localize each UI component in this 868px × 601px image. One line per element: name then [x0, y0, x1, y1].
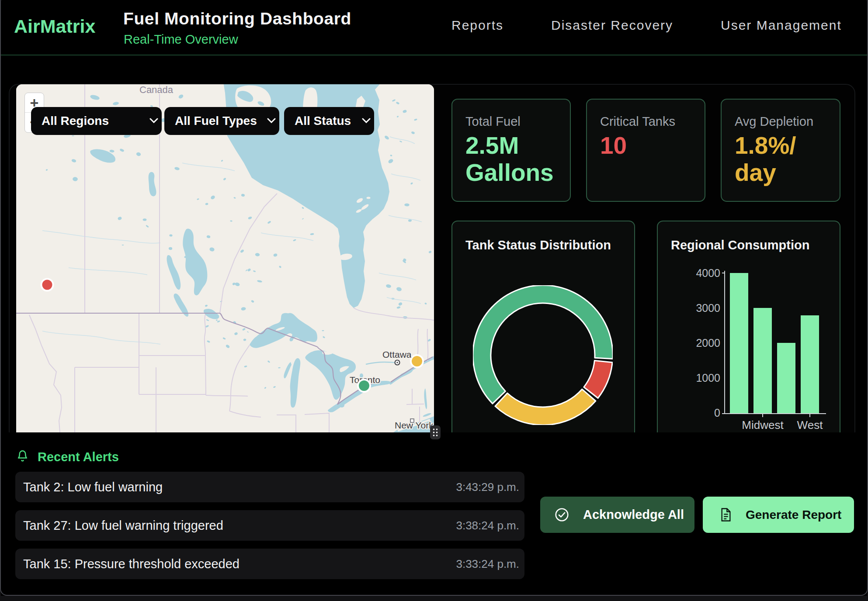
svg-text:0: 0 — [714, 407, 720, 419]
svg-text:2000: 2000 — [696, 337, 720, 349]
svg-text:Midwest: Midwest — [742, 418, 784, 432]
svg-text:4000: 4000 — [696, 267, 720, 279]
svg-text:New York: New York — [395, 420, 434, 430]
svg-text:Ottawa: Ottawa — [382, 349, 412, 359]
svg-text:West: West — [797, 418, 823, 432]
svg-text:Canada: Canada — [139, 84, 174, 95]
svg-text:3000: 3000 — [696, 302, 720, 314]
svg-text:1000: 1000 — [696, 372, 720, 384]
